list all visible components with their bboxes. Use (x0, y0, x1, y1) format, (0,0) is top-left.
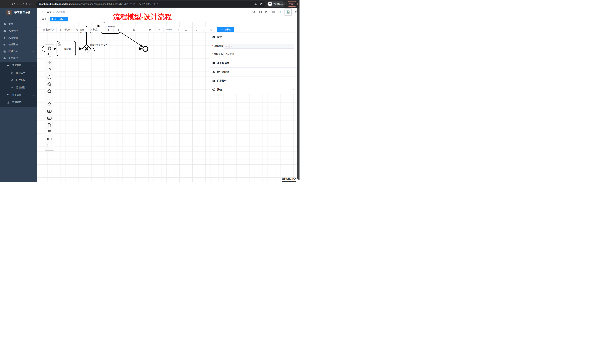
info-icon: i (212, 36, 215, 39)
key-icon[interactable] (254, 2, 257, 6)
update-button[interactable]: 更新 (287, 1, 298, 7)
hand-tool[interactable] (45, 45, 54, 51)
create-start-event[interactable] (45, 74, 54, 80)
undo-button[interactable] (193, 27, 200, 32)
fullscreen-icon[interactable] (272, 10, 275, 14)
sidebar-item-process-form[interactable]: 流程表单 (0, 69, 37, 76)
sidebar-item-label: 请假查询 (12, 101, 21, 104)
align-center-button[interactable] (138, 27, 146, 32)
bookmark-star-icon[interactable] (260, 2, 263, 6)
properties-panel: i 常规 *流程标识 *流程名称 消息与信号 执行监听器 扩展属性 (210, 22, 297, 94)
home-icon[interactable] (17, 2, 20, 6)
sidebar-item-user-group[interactable]: 用户分组 (0, 76, 37, 84)
flow-label-le1[interactable]: 请假小于等于 1 天 (89, 44, 107, 46)
create-data-store[interactable] (45, 129, 54, 135)
download-file-button[interactable]: 下载文件 (57, 27, 74, 32)
help-icon[interactable] (265, 10, 268, 14)
sidebar-item-leave-query[interactable]: 请假查询 (0, 99, 37, 106)
toolbar-history-group (193, 27, 215, 32)
fit-viewport-icon (185, 28, 187, 31)
align-middle-button[interactable] (146, 27, 154, 32)
chevron-down-icon[interactable] (295, 11, 297, 14)
breadcrumb-home[interactable]: 首页 (47, 10, 52, 14)
simulate-button[interactable]: 模拟 (86, 27, 101, 32)
tab-home[interactable]: 首页 (40, 17, 48, 21)
align-top-button[interactable] (122, 27, 130, 32)
align-bottom-button[interactable] (130, 27, 138, 32)
security-indicator[interactable]: 不安全 (22, 2, 33, 6)
save-model-button[interactable]: + 保存模型 (217, 27, 234, 32)
sidebar-item-workflow[interactable]: 工作流程 (0, 55, 37, 62)
open-file-button[interactable]: 打开文件 (41, 27, 57, 32)
fit-viewport-button[interactable] (182, 27, 190, 32)
create-end-event[interactable] (45, 88, 54, 94)
end-event[interactable] (143, 46, 148, 51)
section-general[interactable]: i 常规 (210, 33, 297, 41)
space-tool[interactable] (45, 59, 54, 65)
sidebar-item-label: 研发工具 (9, 50, 18, 53)
create-group[interactable] (45, 143, 54, 149)
preview-button[interactable]: 预览 (74, 27, 86, 32)
back-icon[interactable] (2, 2, 5, 6)
avatar[interactable] (284, 8, 291, 16)
sidebar-item-home[interactable]: 首页 (0, 21, 37, 27)
section-extended[interactable]: 扩展属性 (210, 76, 297, 85)
zoom-out-button[interactable] (156, 27, 164, 32)
browser-menu-icon[interactable] (295, 3, 296, 5)
user-task-level1[interactable]: 一级审批 (57, 41, 76, 56)
process-key-input[interactable] (223, 44, 294, 49)
zoom-level[interactable]: 100% (164, 27, 174, 32)
breadcrumb-current: 设计流程 (56, 10, 65, 14)
section-messages[interactable]: 消息与信号 (210, 59, 297, 68)
align-left-button[interactable] (106, 27, 114, 32)
sidebar-item-task-mgmt[interactable]: 任务管理 (0, 91, 37, 99)
app-logo[interactable]: 🐰 芋道管理系统 (0, 8, 37, 17)
chevron-right-icon (292, 71, 294, 73)
gauge-icon (3, 23, 6, 25)
required-mark: * (212, 53, 213, 56)
lasso-tool[interactable] (45, 52, 54, 58)
zoom-in-button[interactable] (174, 27, 182, 32)
task1-label: 一级审批 (62, 48, 71, 50)
sidebar-item-label: 首页 (9, 23, 13, 26)
create-gateway[interactable] (45, 101, 54, 107)
zoom-out-icon (158, 28, 161, 31)
create-subprocess[interactable] (45, 115, 54, 121)
sidebar-item-process-model[interactable]: 流程模型 (0, 84, 37, 91)
bpmn-diagram[interactable]: 一级审批 二级审批 请假大于 3 天 请假小于等于 1 天 (37, 22, 211, 100)
active-dot (52, 18, 53, 20)
github-icon[interactable] (259, 10, 262, 14)
sidebar-item-payment[interactable]: 支付管理 (0, 34, 37, 41)
tab-design-process[interactable]: 设计流程✕ (50, 17, 68, 21)
create-participant[interactable] (45, 136, 54, 142)
process-name-input[interactable] (223, 52, 294, 57)
create-intermediate-event[interactable] (45, 81, 54, 87)
sidebar-item-devtools[interactable]: 研发工具 (0, 48, 37, 55)
section-other[interactable]: 其他 (210, 85, 297, 94)
flow-task2-to-end[interactable] (120, 32, 142, 47)
create-user-task[interactable] (45, 108, 54, 114)
search-icon[interactable] (252, 10, 255, 14)
address-bar[interactable]: dashboard.yudao.iocoder.cn/bpm/manager/m… (36, 1, 266, 7)
hand-icon (47, 46, 52, 51)
close-icon[interactable]: ✕ (65, 18, 66, 20)
align-right-button[interactable] (114, 27, 122, 32)
sidebar-item-system[interactable]: 系统管理 (0, 27, 37, 34)
align-bottom-icon (133, 28, 135, 31)
reload-icon[interactable] (12, 2, 15, 6)
redo-button[interactable] (200, 27, 208, 32)
right-edge-panel (297, 8, 300, 180)
create-data-object[interactable] (45, 122, 54, 128)
font-size-icon[interactable]: TT (278, 10, 281, 14)
sidebar-item-infra[interactable]: 基础设施 (0, 41, 37, 48)
global-connect-tool[interactable] (45, 66, 54, 72)
section-listeners[interactable]: 执行监听器 (210, 68, 297, 76)
bpmn-io-logo[interactable]: BPMN.iO (282, 177, 296, 182)
page: 不安全 dashboard.yudao.iocoder.cn/bpm/manag… (0, 0, 300, 182)
forward-icon[interactable] (7, 2, 10, 6)
collapse-sidebar-icon[interactable] (40, 10, 44, 14)
align-middle-icon (149, 28, 151, 31)
restart-button[interactable] (208, 27, 215, 32)
space-tool-icon (47, 60, 52, 65)
sidebar-item-process-mgmt[interactable]: 流程管理 (0, 62, 37, 69)
